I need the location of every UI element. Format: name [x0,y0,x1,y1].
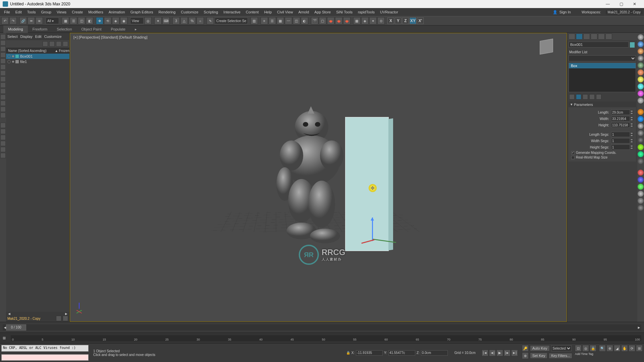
spinner-snap[interactable]: ⟐ [197,17,204,24]
lock-icon[interactable]: 🔒 [346,351,350,355]
rt-sphere-24[interactable] [638,205,644,211]
ribbon-populate[interactable]: Populate [106,25,130,33]
curve-editor[interactable]: 〰 [285,17,292,24]
viewnav-maximize-icon[interactable]: ⊞ [636,345,643,352]
show-result-icon[interactable] [576,94,581,100]
explorer-search-icon[interactable] [43,41,48,47]
wsegs-input[interactable] [611,138,630,143]
rt-sphere-22[interactable] [638,191,644,197]
explorer-tab-edit[interactable]: Edit [35,35,42,39]
rt-sphere-7[interactable] [638,76,644,82]
mirror-button[interactable]: ▥ [251,17,258,24]
menu-scripting[interactable]: Scripting [201,8,221,16]
next-frame-icon[interactable]: |► [504,350,511,356]
lt-icon-12[interactable] [0,101,6,106]
time-slider-bar[interactable]: ◄ 0 / 100 ► [3,324,641,330]
lt-icon-9[interactable] [0,82,6,88]
link-button[interactable]: 🔗 [19,17,27,24]
coord-x-input[interactable] [356,350,383,356]
modify-tab-icon[interactable] [576,34,583,40]
lt-icon-20[interactable] [0,153,6,158]
height-spin-up[interactable]: ▴ [630,123,633,125]
lt-icon-14[interactable] [0,113,6,118]
redo-button[interactable]: ↷ [9,17,17,24]
layer-explorer[interactable]: ☰ [269,17,276,24]
viewnav-fov-icon[interactable]: ◢ [614,345,621,352]
bind-button[interactable]: ≋ [36,17,43,24]
rt-sphere-10[interactable] [638,98,644,104]
menu-arnold[interactable]: Arnold [296,8,312,16]
lt-icon-10[interactable] [0,88,6,94]
selection-filter[interactable]: All ▾ [46,17,59,24]
visibility-icon[interactable] [7,60,11,63]
ribbon-more-icon[interactable]: ▸ [130,25,142,33]
rt-sphere-17[interactable] [638,151,644,157]
minimize-button[interactable]: — [601,0,614,8]
axis-x[interactable]: X [387,17,394,24]
ribbon-modeling[interactable]: Modeling [3,25,28,33]
timeconfig-icon[interactable]: ⊡ [575,345,582,352]
explorer-pin-icon[interactable] [63,41,68,47]
height-input[interactable] [611,122,630,128]
rt-sphere-19[interactable] [638,170,644,176]
lt-icon-1[interactable] [0,34,6,40]
maximize-button[interactable]: ▢ [614,0,628,8]
prev-frame-icon[interactable]: ◄| [489,350,496,356]
lt-icon-16[interactable] [0,129,6,134]
length-spin-up[interactable]: ▴ [630,110,633,112]
rt-sphere-23[interactable] [638,198,644,204]
parameters-rollup-header[interactable]: ▾ Parameters [569,102,636,107]
viewcube[interactable] [536,37,556,57]
viewport-perspective[interactable]: [+] [Perspective] [Standard] [Default Sh… [70,33,567,322]
explorer-lock-icon[interactable] [56,41,61,47]
rt-sphere-15[interactable] [638,137,644,143]
menu-interactive[interactable]: Interactive [221,8,243,16]
lt-icon-3[interactable] [0,46,6,52]
ribbon-selection[interactable]: Selection [52,25,76,33]
toggle-ribbon[interactable]: ▦ [277,17,284,24]
refcoord-dropdown[interactable]: View [130,17,144,24]
troll-mesh[interactable] [268,104,355,244]
menu-rendering[interactable]: Rendering [156,8,178,16]
unlink-button[interactable]: ⚮ [28,17,35,24]
menu-tools[interactable]: Tools [24,8,39,16]
menu-civilview[interactable]: Civil View [274,8,296,16]
hsegs-spin-down[interactable]: ▾ [630,147,633,149]
key-target-dropdown[interactable]: Selected [551,345,572,351]
workspace-dropdown[interactable]: Mak21_2020.2 - Copy [606,10,643,14]
render-iterative[interactable]: 🫖 [335,17,342,24]
select-region-button[interactable]: ◫ [78,17,85,24]
lt-icon-4[interactable] [0,52,6,58]
material-editor[interactable]: ◐ [301,17,308,24]
key-mode-icon[interactable]: 🔑 [522,345,529,352]
menu-sinitools[interactable]: SiNi Tools [333,8,355,16]
mod-tool3[interactable]: ✦ [369,17,377,24]
remove-modifier-icon[interactable] [589,94,595,100]
menu-appstore[interactable]: App Store [312,8,333,16]
select-name-button[interactable]: ☰ [70,17,77,24]
axis-y[interactable]: Y [395,17,401,24]
visibility-icon[interactable] [7,55,11,58]
setkey-button[interactable]: Set Key [530,353,548,359]
rt-sphere-11[interactable] [638,109,644,115]
width-input[interactable] [611,116,630,121]
viewport-label[interactable]: [+] [Perspective] [Standard] [Default Sh… [73,35,147,39]
gizmo-z-axis[interactable] [372,218,373,241]
move-button[interactable]: ✥ [96,17,103,24]
window-crossing-button[interactable]: ◧ [86,17,93,24]
rt-sphere-6[interactable] [638,69,644,75]
mod-tool1[interactable]: ▦ [353,17,361,24]
lt-icon-2[interactable] [0,40,6,46]
menu-content[interactable]: Content [243,8,262,16]
menu-customize[interactable]: Customize [178,8,201,16]
placement-button[interactable]: ◉ [120,17,127,24]
edit-selection-set[interactable]: ✎ [207,17,214,24]
wsegs-spin-up[interactable]: ▴ [630,138,633,141]
explorer-header-frozen[interactable]: ▲ Frozen [55,49,69,53]
lt-icon-5[interactable] [0,58,6,64]
render-production[interactable]: 🫖 [327,17,334,24]
coord-z-input[interactable] [421,350,448,356]
axis-xy[interactable]: XY [410,17,416,24]
lsegs-input[interactable] [611,132,630,137]
trackbar-toggle-icon[interactable]: ⊞ [0,336,8,340]
